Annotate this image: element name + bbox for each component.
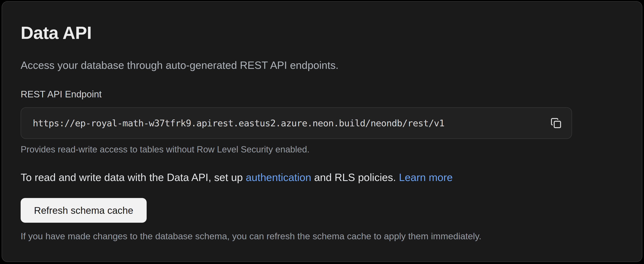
card-description: Access your database through auto-genera…: [21, 60, 338, 71]
page-title: Data API: [21, 24, 92, 42]
endpoint-label: REST API Endpoint: [21, 90, 102, 99]
refresh-button-label: Refresh schema cache: [34, 205, 133, 216]
endpoint-url-value[interactable]: https://ep-royal-math-w37tfrk9.apirest.e…: [33, 118, 444, 129]
authentication-link[interactable]: authentication: [246, 171, 311, 183]
auth-note-text-before: To read and write data with the Data API…: [21, 171, 246, 183]
data-api-card: Data API Access your database through au…: [2, 1, 642, 262]
copy-icon: [550, 118, 562, 129]
copy-endpoint-button[interactable]: [550, 117, 562, 129]
rest-api-endpoint-field[interactable]: https://ep-royal-math-w37tfrk9.apirest.e…: [21, 107, 572, 139]
refresh-schema-cache-button[interactable]: Refresh schema cache: [21, 198, 147, 223]
refresh-help-text: If you have made changes to the database…: [21, 232, 482, 241]
endpoint-help-text: Provides read-write access to tables wit…: [21, 145, 310, 154]
auth-note-text-middle: and RLS policies.: [311, 171, 399, 183]
auth-note: To read and write data with the Data API…: [21, 171, 453, 184]
learn-more-link[interactable]: Learn more: [399, 171, 453, 183]
